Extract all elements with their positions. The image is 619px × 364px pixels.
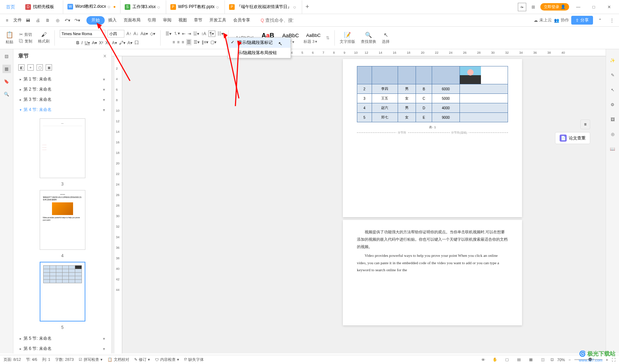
clear-format-icon[interactable]: ◇▾ [150,31,155,36]
reader-icon[interactable]: 📖 [608,145,617,153]
menu-tab-view[interactable]: 视图 [175,14,190,27]
align-center-icon[interactable]: ≡ [177,40,180,45]
document-area[interactable]: 1234567891012141618202224262830323436384… [112,49,606,353]
sort-icon[interactable]: ☳▾ [193,31,199,36]
vertical-ruler[interactable]: 2468101214161820222426283032343638404244 [115,56,122,353]
align-left-icon[interactable]: ≡ [172,40,175,45]
more-icon[interactable]: ⋮ [608,16,616,25]
menu-tab-chapter[interactable]: 章节 [190,14,206,27]
page-indicator[interactable]: 页面: 8/12 [4,357,21,362]
chevron-down-icon[interactable]: ▾ [103,97,105,102]
ai-assist-icon[interactable]: ✨ [608,56,617,65]
maximize-button[interactable]: □ [587,2,600,12]
view-page-icon[interactable]: ▢ [503,356,511,364]
doc-tab-template[interactable]: D 找稻壳模板 [21,0,63,14]
edit-icon[interactable]: ✎ [608,71,617,79]
nav-section-5[interactable]: ▸第 5 节: 未命名▾ [16,333,109,344]
select-icon[interactable]: ↖ [608,86,617,94]
show-marks-icon[interactable]: ¶▾ [208,31,215,37]
thumbnail-view-icon[interactable]: ▤ [2,52,11,60]
print-preview-icon[interactable]: 🗎 [44,16,52,25]
increase-indent-icon[interactable]: ⇥ [188,31,191,36]
redo-icon[interactable]: ↷▾ [73,16,82,25]
copy-button[interactable]: ⿻复制 [19,39,32,44]
nav-tool-3[interactable]: ▢ [37,64,43,71]
nav-tool-2[interactable]: + [27,64,34,71]
save-icon[interactable]: 🖬 [24,16,32,25]
paragraph[interactable]: Video provides powerful ways to help you… [357,252,508,274]
login-button[interactable]: 立即登录👤 [540,3,569,11]
page-5[interactable]: 2李四男B6000 3王五女C5000 4赵六男D4000 5郑七女E9000 … [343,59,522,217]
chevron-down-icon[interactable]: ▾ [103,87,105,92]
page-thumb-4[interactable]: ⋯⋯视频提供了功能强大的方法帮助你证明你的观点当你单击联机视频时Video pr… [40,190,85,250]
menu-tab-vip[interactable]: 会员专享 [230,14,254,27]
outline-view-icon[interactable]: ▦ [2,65,11,73]
apps-icon[interactable]: ⊞ [529,3,537,11]
location-icon[interactable]: ◎ [608,130,617,138]
nav-section-6[interactable]: ▸第 6 节: 未命名▾ [16,344,109,353]
doc-proof-button[interactable]: 📋文档校对 [107,357,129,362]
search-icon[interactable]: 🔍 [2,90,11,98]
zoom-fit-icon[interactable]: ⊡ [550,357,554,362]
cloud-button[interactable]: ☁未上云 [534,17,552,23]
eye-icon[interactable]: 👁 [479,356,487,364]
nav-tool-4[interactable]: ▣ [46,64,52,71]
view-reader-icon[interactable]: ◫ [539,356,547,364]
column-indicator[interactable]: 列: 1 [42,357,50,362]
word-count[interactable]: 字数: 2873 [55,357,74,362]
search-icon[interactable]: Q [261,18,264,23]
preview-icon[interactable]: ◎ [53,16,62,25]
cut-button[interactable]: ✂剪切 [19,32,32,37]
collapse-panel-icon[interactable]: ≡ [580,119,590,129]
change-case-icon[interactable]: Aa▾ [141,31,148,36]
bullet-list-icon[interactable]: ☰▾ [165,31,171,36]
data-table[interactable]: 2李四男B6000 3王五女C5000 4赵六男D4000 5郑七女E9000 [357,66,508,122]
spell-check-button[interactable]: ☑拼写检查▾ [79,357,103,362]
chevron-down-icon[interactable]: ▾ [103,346,105,351]
bold-icon[interactable]: B [76,40,79,45]
menu-tab-ref[interactable]: 引用 [144,14,159,27]
chevron-down-icon[interactable]: ▾ [103,108,105,112]
underline-icon[interactable]: U▾ [85,40,90,45]
file-menu[interactable]: 文件 [13,17,22,23]
command-search-input[interactable] [265,18,293,23]
grid-layout-icon[interactable]: 4▸ [518,3,526,11]
close-button[interactable]: ✕ [603,2,615,12]
line-spacing-icon[interactable]: ‖≡▾ [202,40,208,45]
doc-tab-word[interactable]: W Word教程2.docx ○ ● [63,0,120,14]
nav-section-4[interactable]: ▾第 4 节: 未命名▾ [16,105,109,115]
distribute-icon[interactable]: ☰▾ [194,40,200,45]
horizontal-ruler[interactable]: 1234567891012141618202224262830323436384… [112,49,606,56]
page-6[interactable]: 视频提供了功能强大的方法帮助你证明你的观点。当你单击联机视频时,可以在想要添加的… [343,220,522,325]
shading-icon[interactable]: ▢▾ [210,40,216,45]
paste-button[interactable]: 📋粘贴 [6,31,13,45]
undo-icon[interactable]: ↶▾ [63,16,72,25]
find-replace-button[interactable]: 🔍查找替换 [361,32,376,44]
view-outline-icon[interactable]: ▦ [527,356,535,364]
collab-button[interactable]: 👥协作 [554,17,569,23]
numbered-list-icon[interactable]: ⒈▾ [174,31,180,37]
tab-close-icon[interactable]: ○ [215,4,220,10]
italic-icon[interactable]: I [82,40,83,45]
select-button[interactable]: ↖选择 [382,32,390,44]
menu-icon[interactable]: ≡ [3,16,11,25]
zoom-level[interactable]: 70% [557,358,565,362]
nav-tool-1[interactable]: ◧ [18,64,25,71]
view-web-icon[interactable]: ▤ [515,356,523,364]
doc-tab-excel[interactable]: S 工作簿3.xlsx ○ [120,0,166,14]
chevron-down-icon[interactable]: ▾ [103,336,105,341]
share-button[interactable]: ⇧分享 [571,16,593,25]
menu-tab-dev[interactable]: 开发工具 [206,14,230,27]
decrease-indent-icon[interactable]: ⇤ [182,31,185,36]
settings-icon[interactable]: ⚙ [608,100,617,109]
style-h3[interactable]: AaBbC 标题 3▾ [304,32,323,44]
nav-section-2[interactable]: ▸第 2 节: 未命名▾ [16,84,109,95]
format-painter-button[interactable]: 🖌格式刷 [38,32,50,44]
text-direction-icon[interactable]: ↕A [201,31,206,36]
paper-check-button[interactable]: 📄 论文查重 [555,132,590,144]
tab-close-icon[interactable]: ○ [106,4,112,9]
bookmark-icon[interactable]: 🔖 [2,77,11,86]
collapse-ribbon-icon[interactable]: ⌃ [596,16,604,25]
zoom-out-icon[interactable]: − [568,358,571,362]
image-icon[interactable]: 🖼 [608,115,617,124]
